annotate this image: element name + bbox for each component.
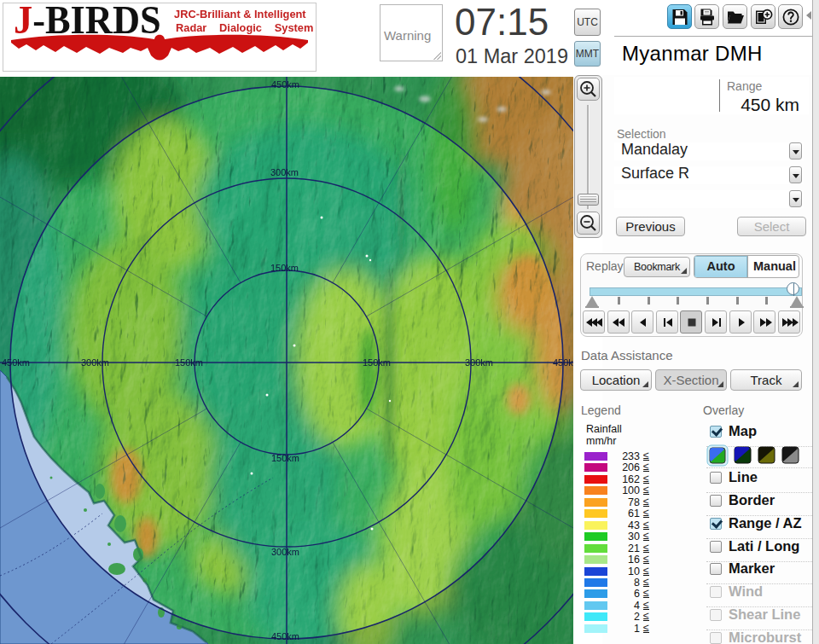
svg-text:450km: 450km — [271, 79, 299, 90]
svg-text:300km: 300km — [270, 167, 299, 177]
svg-text:150km: 150km — [175, 357, 203, 368]
svg-text:150km: 150km — [271, 453, 299, 463]
svg-text:300km: 300km — [271, 547, 299, 557]
svg-text:150km: 150km — [270, 263, 299, 273]
svg-text:450km: 450km — [271, 631, 299, 641]
svg-text:150km: 150km — [363, 357, 391, 368]
svg-text:450km: 450km — [2, 357, 30, 368]
svg-text:450km: 450km — [553, 357, 573, 368]
svg-text:300km: 300km — [81, 357, 109, 368]
svg-text:300km: 300km — [465, 357, 493, 368]
